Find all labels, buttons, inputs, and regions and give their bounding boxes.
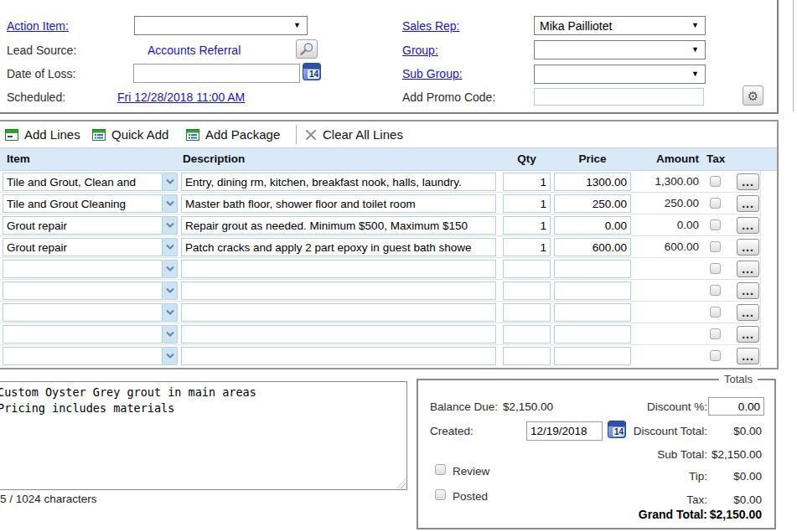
row-options-button[interactable] (737, 261, 759, 277)
action-item-label[interactable]: Action Item: (7, 19, 69, 33)
created-date-input[interactable] (526, 421, 603, 441)
row-options-button[interactable] (737, 195, 759, 212)
outer-panel-edge (793, 0, 794, 111)
description-input[interactable] (181, 281, 496, 300)
item-dropdown-button[interactable] (163, 347, 178, 365)
promo-gear-button[interactable] (743, 85, 763, 106)
sales-rep-select[interactable]: Mika Pailliotet (534, 16, 706, 35)
tax-checkbox[interactable] (710, 241, 721, 252)
row-options-button[interactable] (737, 348, 759, 364)
notes-area: Custom Oyster Grey grout in main areas P… (0, 381, 407, 490)
scheduled-value-link[interactable]: Fri 12/28/2018 11:00 AM (117, 90, 245, 104)
qty-input[interactable] (503, 303, 551, 322)
row-options-button[interactable] (737, 326, 759, 343)
item-input[interactable] (3, 238, 163, 256)
calendar-icon[interactable] (608, 421, 626, 438)
calendar-icon[interactable] (303, 63, 321, 80)
description-input[interactable] (181, 347, 496, 365)
qty-input[interactable] (503, 216, 551, 235)
lead-source-lookup-button[interactable] (296, 39, 318, 59)
lead-source-value[interactable]: Accounts Referral (147, 44, 241, 57)
item-dropdown-button[interactable] (163, 173, 178, 191)
item-input[interactable] (3, 347, 163, 365)
qty-input[interactable] (503, 260, 551, 278)
posted-checkbox[interactable] (435, 489, 446, 500)
tax-checkbox[interactable] (710, 350, 721, 361)
table-row: 250.00 (0, 193, 760, 214)
row-options-button[interactable] (737, 304, 759, 321)
action-item-select[interactable] (134, 16, 308, 35)
price-input[interactable] (554, 303, 631, 322)
group-select[interactable] (534, 40, 706, 59)
col-tax: Tax (706, 148, 725, 170)
price-input[interactable] (554, 347, 631, 365)
item-input[interactable] (3, 281, 163, 300)
section-title: Miscellaneous Information (6, 0, 190, 3)
description-input[interactable] (181, 260, 496, 278)
price-input[interactable] (554, 260, 631, 278)
tax-checkbox[interactable] (710, 263, 721, 274)
item-dropdown-button[interactable] (163, 260, 178, 278)
discount-pct-input[interactable] (708, 397, 764, 416)
promo-code-input[interactable] (534, 88, 704, 106)
item-input[interactable] (3, 303, 163, 322)
tax-checkbox[interactable] (710, 307, 721, 318)
price-input[interactable] (554, 216, 631, 235)
group-label[interactable]: Group: (402, 44, 438, 57)
item-input[interactable] (3, 194, 163, 213)
description-input[interactable] (181, 173, 496, 191)
tax-checkbox[interactable] (710, 220, 721, 230)
price-input[interactable] (554, 238, 631, 256)
qty-input[interactable] (503, 194, 551, 213)
price-input[interactable] (554, 281, 631, 300)
chevron-down-icon (165, 287, 175, 294)
item-dropdown-button[interactable] (163, 303, 178, 322)
review-checkbox[interactable] (435, 464, 446, 475)
review-label: Review (453, 465, 489, 478)
item-input[interactable] (3, 260, 163, 278)
clear-all-lines-button[interactable]: Clear All Lines (305, 121, 403, 147)
item-dropdown-button[interactable] (163, 194, 178, 213)
tax-checkbox[interactable] (710, 176, 721, 187)
row-options-button[interactable] (737, 239, 759, 256)
qty-input[interactable] (503, 238, 551, 256)
item-dropdown-button[interactable] (163, 216, 178, 235)
notes-textarea[interactable]: Custom Oyster Grey grout in main areas P… (0, 381, 407, 490)
quick-add-button[interactable]: Quick Add (92, 121, 168, 147)
sub-group-label[interactable]: Sub Group: (402, 67, 463, 80)
qty-input[interactable] (503, 347, 551, 365)
item-input[interactable] (3, 325, 163, 343)
sub-group-select[interactable] (534, 65, 706, 84)
tax-checkbox[interactable] (710, 328, 721, 339)
qty-input[interactable] (503, 325, 551, 343)
grid-header-row: Item Description Qty Price Amount Tax (0, 148, 777, 171)
description-input[interactable] (181, 325, 496, 343)
date-of-loss-input[interactable] (133, 64, 300, 83)
item-dropdown-button[interactable] (163, 238, 178, 256)
add-package-button[interactable]: Add Package (186, 121, 280, 147)
row-options-button[interactable] (737, 282, 759, 299)
description-input[interactable] (181, 216, 496, 235)
discount-pct-label: Discount %: (647, 400, 707, 413)
item-input[interactable] (3, 216, 163, 235)
qty-input[interactable] (503, 173, 551, 191)
item-dropdown-button[interactable] (163, 325, 178, 343)
row-options-button[interactable] (737, 217, 759, 234)
price-input[interactable] (554, 325, 631, 343)
tax-checkbox[interactable] (710, 285, 721, 296)
date-of-loss-label: Date of Loss: (7, 67, 76, 80)
price-input[interactable] (554, 173, 631, 191)
qty-input[interactable] (503, 281, 551, 300)
row-options-button[interactable] (737, 173, 759, 190)
item-input[interactable] (3, 173, 163, 191)
add-lines-button[interactable]: Add Lines (5, 121, 80, 147)
description-input[interactable] (181, 303, 496, 322)
sales-rep-label[interactable]: Sales Rep: (402, 19, 459, 33)
description-input[interactable] (181, 238, 496, 256)
item-dropdown-button[interactable] (163, 281, 178, 300)
description-input[interactable] (181, 194, 496, 213)
table-row (0, 280, 760, 302)
chevron-down-icon (165, 244, 175, 251)
price-input[interactable] (554, 194, 631, 213)
tax-checkbox[interactable] (710, 198, 721, 209)
